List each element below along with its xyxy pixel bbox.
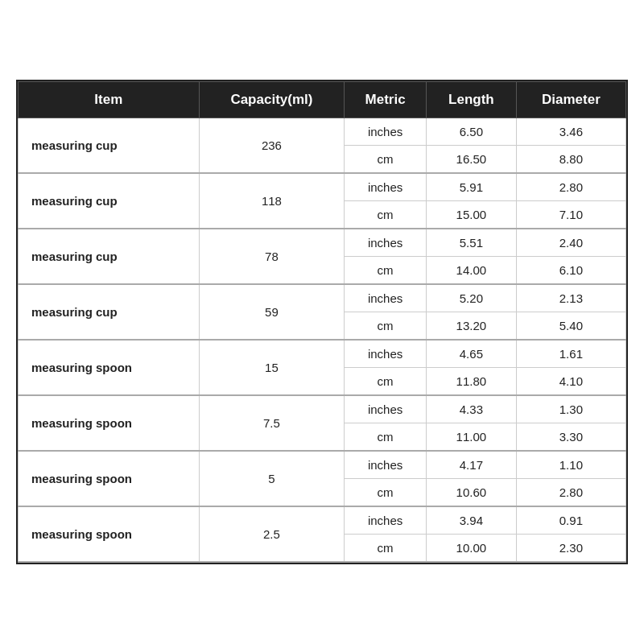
- col-diameter-header: Diameter: [516, 82, 625, 118]
- diameter-cell: 5.40: [516, 312, 625, 341]
- table-row: measuring cup236inches6.503.46: [19, 118, 626, 146]
- metric-cell: cm: [345, 479, 427, 507]
- capacity-cell: 2.5: [199, 506, 345, 562]
- length-cell: 13.20: [427, 312, 517, 341]
- metric-cell: cm: [345, 535, 427, 563]
- metric-cell: cm: [345, 257, 427, 285]
- diameter-cell: 3.30: [516, 423, 625, 452]
- length-cell: 10.60: [427, 479, 517, 507]
- col-metric-header: Metric: [345, 82, 427, 118]
- diameter-cell: 2.30: [516, 535, 625, 563]
- capacity-cell: 118: [199, 173, 345, 229]
- table-row: measuring spoon2.5inches3.940.91: [19, 506, 626, 535]
- metric-cell: inches: [345, 395, 427, 423]
- capacity-cell: 5: [199, 451, 345, 506]
- diameter-cell: 2.80: [516, 479, 625, 507]
- metric-cell: inches: [345, 284, 427, 312]
- metric-cell: inches: [345, 506, 427, 535]
- diameter-cell: 1.10: [516, 451, 625, 479]
- length-cell: 4.65: [427, 340, 517, 368]
- item-cell: measuring spoon: [19, 395, 200, 451]
- metric-cell: cm: [345, 312, 427, 341]
- table-row: measuring cup59inches5.202.13: [19, 284, 626, 312]
- item-cell: measuring cup: [19, 284, 200, 340]
- capacity-cell: 7.5: [199, 395, 345, 451]
- length-cell: 5.51: [427, 229, 517, 257]
- capacity-cell: 59: [199, 284, 345, 340]
- diameter-cell: 3.46: [516, 118, 625, 146]
- length-cell: 3.94: [427, 506, 517, 535]
- item-cell: measuring spoon: [19, 451, 200, 506]
- diameter-cell: 2.40: [516, 229, 625, 257]
- capacity-cell: 78: [199, 229, 345, 284]
- length-cell: 10.00: [427, 535, 517, 563]
- capacity-cell: 15: [199, 340, 345, 395]
- diameter-cell: 1.30: [516, 395, 625, 423]
- diameter-cell: 6.10: [516, 257, 625, 285]
- length-cell: 11.80: [427, 368, 517, 396]
- col-length-header: Length: [427, 82, 517, 118]
- table-row: measuring cup78inches5.512.40: [19, 229, 626, 257]
- diameter-cell: 4.10: [516, 368, 625, 396]
- table-row: measuring cup118inches5.912.80: [19, 173, 626, 201]
- metric-cell: cm: [345, 201, 427, 229]
- length-cell: 5.91: [427, 173, 517, 201]
- length-cell: 4.17: [427, 451, 517, 479]
- col-item-header: Item: [19, 82, 200, 118]
- metric-cell: inches: [345, 340, 427, 368]
- metric-cell: cm: [345, 146, 427, 174]
- metric-cell: inches: [345, 451, 427, 479]
- item-cell: measuring spoon: [19, 340, 200, 395]
- measurements-table: Item Capacity(ml) Metric Length Diameter…: [18, 81, 626, 563]
- col-capacity-header: Capacity(ml): [199, 82, 345, 118]
- item-cell: measuring cup: [19, 118, 200, 174]
- item-cell: measuring spoon: [19, 506, 200, 562]
- diameter-cell: 8.80: [516, 146, 625, 174]
- table-row: measuring spoon15inches4.651.61: [19, 340, 626, 368]
- diameter-cell: 2.80: [516, 173, 625, 201]
- item-cell: measuring cup: [19, 229, 200, 284]
- length-cell: 4.33: [427, 395, 517, 423]
- diameter-cell: 7.10: [516, 201, 625, 229]
- diameter-cell: 2.13: [516, 284, 625, 312]
- length-cell: 15.00: [427, 201, 517, 229]
- table-row: measuring spoon7.5inches4.331.30: [19, 395, 626, 423]
- metric-cell: cm: [345, 423, 427, 452]
- capacity-cell: 236: [199, 118, 345, 174]
- item-cell: measuring cup: [19, 173, 200, 229]
- table-body: measuring cup236inches6.503.46cm16.508.8…: [19, 118, 626, 563]
- length-cell: 14.00: [427, 257, 517, 285]
- diameter-cell: 1.61: [516, 340, 625, 368]
- metric-cell: inches: [345, 229, 427, 257]
- length-cell: 16.50: [427, 146, 517, 174]
- metric-cell: inches: [345, 118, 427, 146]
- metric-cell: inches: [345, 173, 427, 201]
- main-table-wrapper: Item Capacity(ml) Metric Length Diameter…: [16, 80, 628, 564]
- table-row: measuring spoon5inches4.171.10: [19, 451, 626, 479]
- metric-cell: cm: [345, 368, 427, 396]
- length-cell: 6.50: [427, 118, 517, 146]
- table-header-row: Item Capacity(ml) Metric Length Diameter: [19, 82, 626, 118]
- length-cell: 11.00: [427, 423, 517, 452]
- diameter-cell: 0.91: [516, 506, 625, 535]
- length-cell: 5.20: [427, 284, 517, 312]
